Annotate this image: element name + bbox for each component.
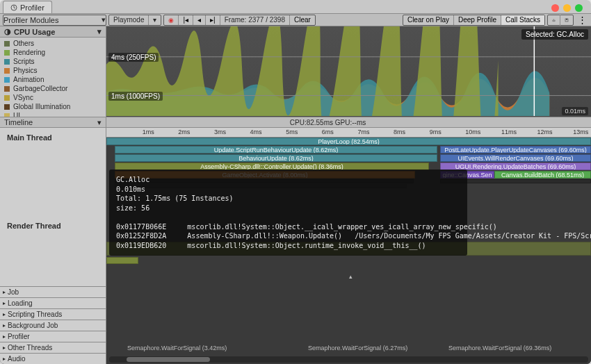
ruler-tick: 10ms [465,129,480,135]
ruler-tick: 7ms [357,129,369,135]
ruler-tick: 4ms [250,129,262,135]
tab-profiler[interactable]: Profiler [3,1,52,13]
legend-label: Scripts [13,58,35,65]
clear-button[interactable]: Clear [290,15,315,25]
thread-group-profiler[interactable]: Profiler [0,331,106,342]
tab-bar: Profiler [0,0,591,14]
profiler-modules-dropdown[interactable]: Profiler Modules ▾ [3,15,106,26]
cpu-usage-chart[interactable]: 4ms (250FPS) 1ms (1000FPS) Selected: GC.… [106,26,591,117]
semaphore-2: Semaphore.WaitForSignal (6.27ms) [308,345,407,351]
ruler-tick: 5ms [286,129,298,135]
legend-label: Global Illumination [13,103,70,110]
legend-item-garbagecollector[interactable]: GarbageCollector [4,84,102,93]
thread-group-audio[interactable]: Audio [0,353,106,364]
bar-uievents[interactable]: UIEvents.WillRenderCanvases (69.60ms) [440,154,591,162]
chart-icon: ◑ [4,27,11,36]
legend-item-global-illumination[interactable]: Global Illumination [4,102,102,111]
color-swatch [4,86,10,92]
chevron-down-icon: ▾ [97,118,102,127]
chevron-down-icon: ▾ [149,15,161,25]
color-swatch [4,95,10,101]
cpu-usage-header[interactable]: ◑ CPU Usage ▾ [0,26,106,38]
callstack-tooltip: GC.Alloc 0.010ms Total: 1.75ms (75 Insta… [109,169,467,256]
playmode-label: Playmode [109,15,149,25]
bar-update[interactable]: Update.ScriptRunBehaviourUpdate (8.62ms) [115,146,437,154]
frame-stats: CPU:82.55ms GPU:--ms [106,119,591,126]
ruler-tick: 8ms [394,129,405,135]
bar-canvas-build[interactable]: Canvas.BuildBatch (68.51ms) [494,171,591,179]
prev-frame-button[interactable]: ◂ [193,15,206,25]
minimize-icon[interactable] [563,4,571,12]
view-label: Timeline [4,118,33,126]
gridline-4ms: 4ms (250FPS) [108,53,159,62]
legend-item-others[interactable]: Others [4,39,102,48]
window-controls[interactable] [551,4,583,12]
legend-label: Others [13,40,34,47]
corner-time: 0.01ms [562,107,588,115]
semaphore-1: Semaphore.WaitForSignal (3.42ms) [127,345,227,351]
ruler-tick: 9ms [430,129,442,135]
color-swatch [4,68,10,74]
ruler-tick: 13ms [573,129,588,135]
legend-item-animation[interactable]: Animation [4,75,102,84]
first-frame-button[interactable]: |◂ [179,15,193,25]
zoom-icon[interactable] [575,4,583,12]
semaphore-3: Semaphore.WaitForSignal (69.36ms) [448,345,551,351]
color-swatch [4,50,10,56]
main-thread-label[interactable]: Main Thread [0,128,106,216]
legend-label: GarbageCollector [13,85,67,92]
gridline-1ms: 1ms (1000FPS) [108,92,163,101]
thread-group-scripting-threads[interactable]: Scripting Threads [0,308,106,320]
call-stacks-button[interactable]: Call Stacks [501,15,544,25]
color-swatch [4,59,10,65]
thread-group-background-job[interactable]: Background Job [0,320,106,331]
timeline-scrollbar[interactable] [109,356,588,363]
selected-label: Selected: GC.Alloc [521,29,588,40]
legend-item-vsync[interactable]: VSync [4,93,102,102]
ruler-tick: 12ms [537,129,553,135]
legend-item-scripts[interactable]: Scripts [4,57,102,66]
thread-group-job[interactable]: Job [0,286,106,297]
content-area: 4ms (250FPS) 1ms (1000FPS) Selected: GC.… [106,26,591,364]
playmode-selector[interactable]: Playmode ▾ [108,15,161,26]
clear-on-play-button[interactable]: Clear on Play [403,15,454,25]
ruler-tick: 1ms [143,129,154,135]
cpu-usage-label: CPU Usage [14,28,55,36]
legend-label: Rendering [13,49,45,56]
load-icon[interactable] [548,15,560,26]
close-icon[interactable] [551,4,559,12]
ruler-tick: 11ms [501,129,517,135]
bar-behaviour[interactable]: BehaviourUpdate (8.62ms) [115,154,437,162]
frame-label: Frame: 2377 / 2398 [220,15,290,25]
svg-rect-2 [566,19,567,20]
ruler-tick: 2ms [178,129,190,135]
timeline-canvas[interactable]: 1ms2ms3ms4ms5ms6ms7ms8ms9ms10ms11ms12ms1… [106,128,591,364]
legend-label: Animation [13,76,44,83]
color-swatch [4,77,10,83]
ruler-tick: 3ms [214,129,226,135]
ruler-tick: 6ms [322,129,334,135]
render-thread-label[interactable]: Render Thread [0,216,106,286]
record-button[interactable]: ◉ [164,15,179,25]
next-frame-button[interactable]: ▸| [206,15,220,25]
thread-group-loading[interactable]: Loading [0,297,106,308]
chevron-down-icon: ▾ [102,15,106,24]
bar-postlate[interactable]: PostLateUpdate.PlayerUpdateCanvases (69.… [440,146,591,154]
modules-label: Profiler Modules [3,16,58,24]
timeline-toolbar: Timeline ▾ CPU:82.55ms GPU:--ms [0,117,591,128]
expand-caret-icon[interactable]: ▴ [349,273,353,280]
view-dropdown[interactable]: Timeline ▾ [0,117,106,128]
tab-label: Profiler [20,3,44,12]
scrollbar-thumb[interactable] [127,357,210,362]
legend-label: Physics [13,67,37,74]
legend-item-rendering[interactable]: Rendering [4,48,102,57]
bar-playerloop[interactable]: PlayerLoop (82.54ms) [106,138,591,145]
save-icon[interactable] [560,15,573,26]
profiler-icon [10,4,17,11]
thread-group-other-threads[interactable]: Other Threads [0,342,106,353]
menu-icon[interactable]: ⋮ [576,15,588,26]
toolbar: Profiler Modules ▾ Playmode ▾ ◉ |◂ ◂ ▸| … [0,14,591,26]
legend-item-physics[interactable]: Physics [4,66,102,75]
deep-profile-button[interactable]: Deep Profile [454,15,501,25]
chevron-down-icon: ▾ [97,27,102,36]
